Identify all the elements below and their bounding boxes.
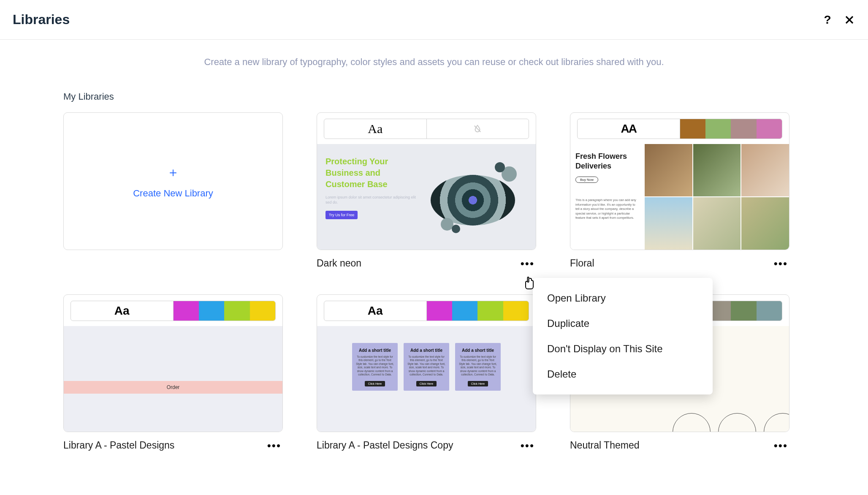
menu-item-delete[interactable]: Delete [533,362,713,387]
swatch [427,301,452,321]
preview-minicard: Add a short title To customize the text … [455,343,501,391]
preview-button: Buy Now [575,177,598,183]
library-thumb[interactable]: Aa Order [63,294,283,432]
library-thumb[interactable]: Aa Protecting Your Business and Customer… [317,112,536,250]
swatch [250,301,275,321]
dialog-header: Libraries ? [0,0,868,40]
swatch [757,301,782,321]
preview-minicard: Add a short title To customize the text … [404,343,449,391]
swatch [452,301,477,321]
header-actions: ? [822,14,855,26]
preview-headline: Fresh Flowers Deliveries [575,152,640,171]
library-card-dark-neon: Aa Protecting Your Business and Customer… [317,112,536,269]
library-title: Dark neon [317,258,361,269]
library-title: Floral [570,258,594,269]
preview-paragraph: This is a paragraph where you can add an… [575,198,640,220]
swatch [731,301,756,321]
thumb-body: Fresh Flowers Deliveries Buy Now This is… [570,144,789,250]
no-color-icon [427,119,529,139]
order-bar: Order [64,381,282,394]
thumb-body: Order [64,326,282,432]
library-card-library-a: Aa Order Library A - Pastel Designs ••• [63,294,283,451]
preview-lorem: Lorem ipsum dolor sit amet consectetur a… [326,195,418,205]
swatch [731,119,756,139]
library-title: Library A - Pastel Designs Copy [317,440,453,451]
library-card-library-a-copy: Aa Add a short title To customize the te… [317,294,536,451]
preview-minicard: Add a short title To customize the text … [352,343,398,391]
swatch [503,301,529,321]
content: Create a new library of typography, colo… [0,40,868,451]
swatch-row [427,301,529,321]
more-options-button[interactable]: ••• [519,261,536,266]
library-thumb[interactable]: AA Fresh Flowers Deliveries Buy Now This… [570,112,789,250]
preview-image-grid [645,144,789,250]
thumb-header: Aa [71,301,276,321]
swatch [477,301,503,321]
swatch [757,119,782,139]
thumb-header: Aa [324,119,529,139]
swatch [680,119,705,139]
library-card-floral: AA Fresh Flowers Deliveries Buy Now This… [570,112,789,269]
swatch [174,301,199,321]
thumb-body: Protecting Your Business and Customer Ba… [317,144,536,250]
plus-icon: ＋ [167,164,179,181]
thumb-header: AA [577,119,782,139]
section-title: My Libraries [63,91,805,102]
font-sample: Aa [71,301,174,321]
thumb-body: Add a short title To customize the text … [317,326,536,432]
preview-circles [673,413,789,432]
create-new-library-label: Create New Library [133,188,213,199]
close-icon[interactable] [844,14,855,26]
help-icon[interactable]: ? [822,14,833,26]
font-sample: AA [578,119,680,139]
menu-item-dont-display[interactable]: Don't Display on This Site [533,336,713,362]
menu-item-open-library[interactable]: Open Library [533,286,713,311]
library-title: Neutral Themed [570,440,640,451]
more-options-button[interactable]: ••• [266,443,283,448]
swatch [705,119,731,139]
thumb-header: Aa [324,301,529,321]
font-sample: Aa [324,119,427,139]
more-options-button[interactable]: ••• [519,443,536,448]
swatch-row [680,119,782,139]
menu-item-duplicate[interactable]: Duplicate [533,311,713,336]
create-new-library-card[interactable]: ＋ Create New Library [63,112,283,250]
font-sample: Aa [324,301,427,321]
library-title: Library A - Pastel Designs [63,440,174,451]
more-options-button[interactable]: ••• [772,261,789,266]
swatch [199,301,224,321]
preview-graphic [418,156,527,243]
library-thumb[interactable]: Aa Add a short title To customize the te… [317,294,536,432]
more-options-button[interactable]: ••• [772,443,789,448]
preview-cta: Try Us for Free [326,211,358,219]
swatch-row [174,301,276,321]
swatch [224,301,250,321]
preview-headline: Protecting Your Business and Customer Ba… [326,156,418,190]
subtitle: Create a new library of typography, colo… [63,57,805,68]
page-title: Libraries [13,12,70,27]
context-menu: Open Library Duplicate Don't Display on … [533,278,713,394]
